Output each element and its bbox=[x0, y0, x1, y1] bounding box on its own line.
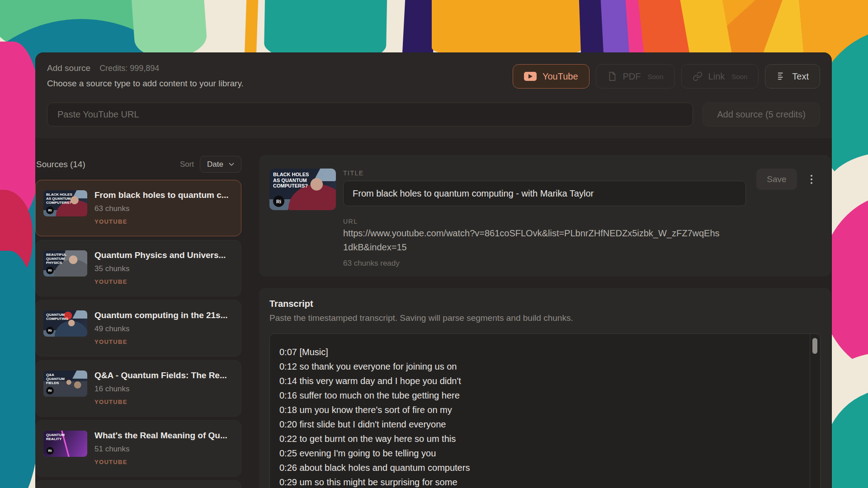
source-item-title: From black holes to quantum c... bbox=[94, 190, 235, 200]
source-item-title: What's the Real Meaning of Qu... bbox=[94, 431, 235, 441]
source-type-pdf-button[interactable]: PDF Soon bbox=[596, 64, 675, 89]
video-thumbnail: Black holes as quantum computers? Ri bbox=[43, 190, 87, 216]
source-item-tag: YOUTUBE bbox=[94, 218, 235, 225]
ri-logo-badge: Ri bbox=[46, 387, 54, 394]
link-icon bbox=[693, 71, 703, 81]
source-item-body: Quantum computing in the 21s... 49 chunk… bbox=[94, 310, 235, 345]
video-thumbnail: Beautiful quantum physics Ri bbox=[43, 250, 87, 277]
youtube-icon bbox=[524, 72, 537, 81]
source-list-item[interactable]: Quantum computing Ri Quantum computing i… bbox=[35, 300, 241, 357]
credits-counter: Credits: 999,894 bbox=[99, 64, 159, 73]
ri-logo-badge: Ri bbox=[273, 196, 284, 207]
source-type-label: YouTube bbox=[542, 71, 578, 82]
wallpaper-shape bbox=[131, 0, 208, 60]
source-type-link-button[interactable]: Link Soon bbox=[681, 64, 759, 89]
source-item-tag: YOUTUBE bbox=[94, 399, 235, 405]
source-item-body: From black holes to quantum c... 63 chun… bbox=[94, 190, 235, 225]
app-panel: Add source Credits: 999,894 Choose a sou… bbox=[35, 52, 832, 488]
chunks-ready-status: 63 chunks ready bbox=[343, 259, 400, 268]
add-source-button[interactable]: Add source (5 credits) bbox=[703, 103, 820, 127]
transcript-line: 0:18 um you know there's sort of fire on… bbox=[279, 403, 799, 417]
thumb-caption: Black holes as quantum computers? bbox=[273, 172, 314, 189]
transcript-line: 0:20 first slide but I didn't intend eve… bbox=[279, 417, 799, 432]
source-detail-card: Black holes as quantum computers? Ri TIT… bbox=[259, 155, 831, 277]
source-type-label: Link bbox=[708, 71, 725, 82]
source-item-title: Quantum Physics and Univers... bbox=[94, 250, 235, 260]
page-title: Add source bbox=[47, 63, 90, 73]
transcript-title: Transcript bbox=[269, 299, 313, 309]
transcript-card: Transcript Paste the timestamped transcr… bbox=[259, 288, 831, 488]
thumb-caption: Quantum reality bbox=[46, 433, 73, 441]
source-item-body: Q&A - Quantum Fields: The Re... 16 chunk… bbox=[94, 371, 235, 405]
sort-select[interactable]: Date bbox=[200, 156, 241, 173]
url-field-label: URL bbox=[343, 218, 358, 225]
thumb-caption: Black holes as quantum computers? bbox=[46, 192, 73, 205]
sources-count-title: Sources (14) bbox=[36, 160, 85, 169]
source-item-tag: YOUTUBE bbox=[94, 278, 235, 285]
ri-logo-badge: Ri bbox=[46, 267, 54, 274]
transcript-line: 0:07 [Music] bbox=[279, 345, 799, 359]
source-item-chunks: 49 chunks bbox=[94, 324, 235, 333]
sources-header: Sources (14) Sort Date bbox=[36, 156, 241, 173]
text-lines-icon bbox=[776, 71, 786, 81]
transcript-line: 0:12 so thank you everyone for joining u… bbox=[279, 359, 799, 374]
more-options-kebab-icon[interactable] bbox=[805, 173, 818, 186]
source-list-item[interactable] bbox=[35, 480, 241, 488]
soon-badge: Soon bbox=[731, 73, 747, 80]
youtube-url-input[interactable] bbox=[47, 103, 693, 127]
save-button[interactable]: Save bbox=[756, 169, 797, 190]
transcript-line: 0:16 suffer too much on the tube getting… bbox=[279, 388, 799, 403]
scrollbar-thumb[interactable] bbox=[812, 338, 817, 354]
source-list-item[interactable]: Beautiful quantum physics Ri Quantum Phy… bbox=[35, 240, 241, 296]
transcript-line: 0:29 um so this might be surprising for … bbox=[279, 475, 799, 488]
video-thumbnail: Q&A quantum fields Ri bbox=[43, 371, 87, 397]
wallpaper-shape bbox=[432, 0, 583, 59]
source-type-label: Text bbox=[792, 71, 809, 82]
source-item-body: What's the Real Meaning of Qu... 51 chun… bbox=[94, 431, 235, 465]
source-item-chunks: 16 chunks bbox=[94, 385, 235, 394]
thumb-caption: Quantum computing bbox=[46, 313, 73, 321]
transcript-line: 0:26 about black holes and quantum compu… bbox=[279, 460, 799, 475]
source-item-chunks: 63 chunks bbox=[94, 204, 235, 213]
source-list-item[interactable]: Quantum reality Ri What's the Real Meani… bbox=[35, 420, 241, 477]
source-type-youtube-button[interactable]: YouTube bbox=[513, 64, 590, 89]
video-thumbnail: Quantum reality Ri bbox=[43, 431, 87, 457]
chevron-down-icon bbox=[229, 163, 234, 166]
page-subtitle: Choose a source type to add content to y… bbox=[47, 79, 244, 89]
add-source-section: Add source Credits: 999,894 Choose a sou… bbox=[35, 52, 832, 138]
pdf-file-icon bbox=[607, 71, 617, 81]
source-item-chunks: 35 chunks bbox=[94, 264, 235, 273]
source-type-label: PDF bbox=[623, 71, 641, 82]
source-list-item[interactable]: Black holes as quantum computers? Ri Fro… bbox=[35, 180, 241, 236]
source-item-tag: YOUTUBE bbox=[94, 338, 235, 345]
wallpaper-shape bbox=[402, 0, 436, 61]
transcript-line: 0:22 to get burnt on the way here so um … bbox=[279, 432, 799, 446]
title-input[interactable] bbox=[343, 181, 746, 206]
thumb-caption: Q&A quantum fields bbox=[46, 373, 73, 385]
title-field-label: TITLE bbox=[343, 169, 364, 177]
transcript-textarea[interactable]: 0:07 [Music] 0:12 so thank you everyone … bbox=[269, 333, 821, 488]
ri-logo-badge: Ri bbox=[46, 447, 54, 455]
source-type-text-button[interactable]: Text bbox=[765, 64, 820, 89]
source-item-body: Quantum Physics and Univers... 35 chunks… bbox=[94, 250, 235, 285]
transcript-subtitle: Paste the timestamped transcript. Saving… bbox=[269, 313, 573, 323]
sort-label: Sort bbox=[180, 160, 194, 169]
source-item-chunks: 51 chunks bbox=[94, 445, 235, 454]
source-list-item[interactable]: Q&A quantum fields Ri Q&A - Quantum Fiel… bbox=[35, 360, 241, 417]
soon-badge: Soon bbox=[648, 73, 664, 80]
scrollbar-track[interactable] bbox=[810, 334, 820, 488]
transcript-text: 0:07 [Music] 0:12 so thank you everyone … bbox=[270, 334, 820, 488]
source-item-title: Quantum computing in the 21s... bbox=[94, 310, 235, 320]
sort-value: Date bbox=[207, 160, 223, 169]
transcript-line: 0:25 evening I'm going to be telling you bbox=[279, 446, 799, 460]
thumb-caption: Beautiful quantum physics bbox=[46, 253, 73, 265]
source-type-row: YouTube PDF Soon Link Soon Text bbox=[513, 64, 820, 89]
sort-control: Sort Date bbox=[180, 156, 241, 173]
wallpaper-shape bbox=[245, 0, 259, 60]
ri-logo-badge: Ri bbox=[46, 206, 54, 214]
ri-logo-badge: Ri bbox=[46, 327, 54, 334]
detail-video-thumbnail: Black holes as quantum computers? Ri bbox=[269, 169, 336, 210]
transcript-line: 0:14 this very warm day and I hope you d… bbox=[279, 374, 799, 388]
url-entry-row: Add source (5 credits) bbox=[47, 103, 820, 127]
video-thumbnail: Quantum computing Ri bbox=[43, 310, 87, 337]
